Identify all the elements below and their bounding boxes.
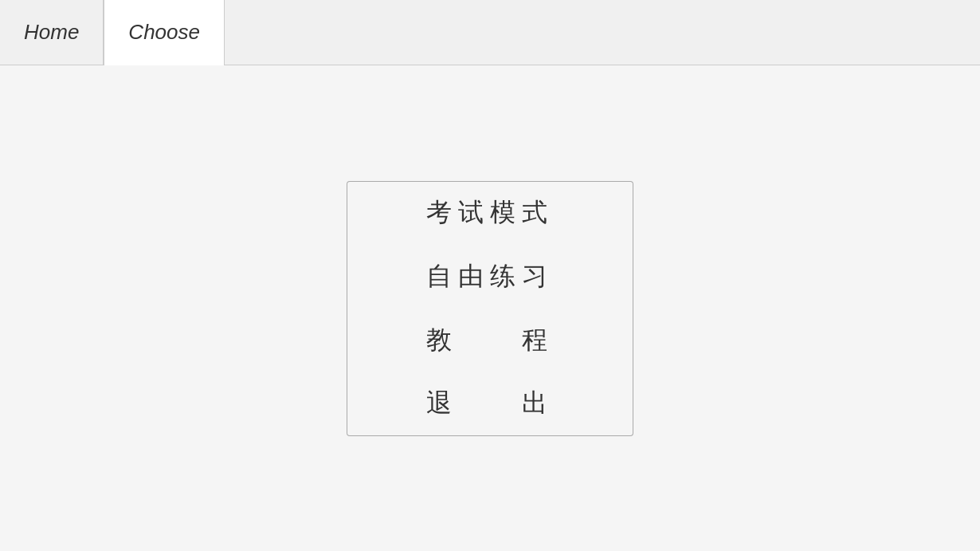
main-content: 考试模式 自由练习 教 程 退 出 — [0, 65, 980, 551]
tab-home[interactable]: Home — [0, 0, 104, 65]
free-practice-button[interactable]: 自由练习 — [347, 245, 633, 309]
exam-mode-button[interactable]: 考试模式 — [347, 181, 633, 245]
tab-bar: Home Choose — [0, 0, 980, 65]
menu-button-group: 考试模式 自由练习 教 程 退 出 — [347, 181, 633, 436]
tab-choose[interactable]: Choose — [104, 0, 225, 65]
exit-button[interactable]: 退 出 — [347, 372, 633, 436]
tutorial-button[interactable]: 教 程 — [347, 309, 633, 372]
